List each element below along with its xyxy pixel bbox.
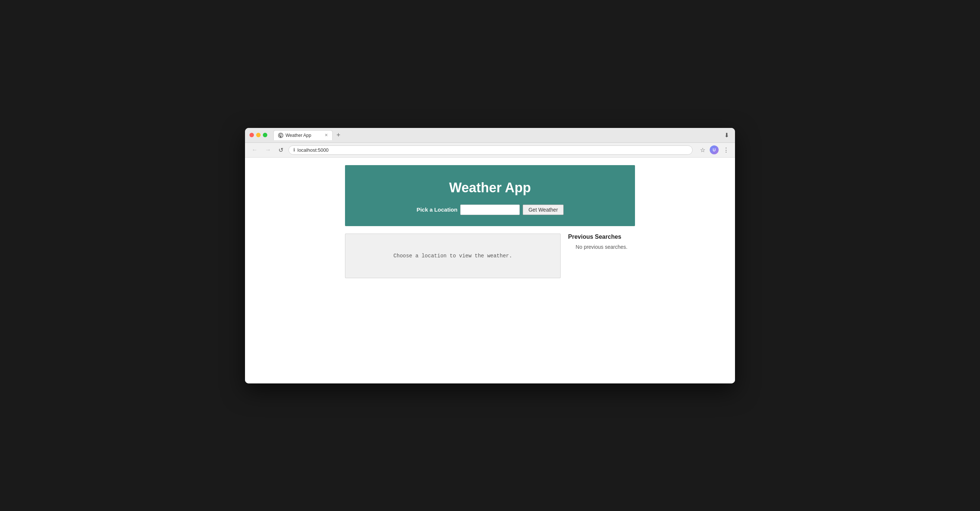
forward-button[interactable]: →	[263, 145, 273, 155]
active-tab[interactable]: Weather App ✕	[273, 130, 333, 140]
browser-titlebar: Weather App ✕ + ⬇	[245, 128, 735, 143]
download-area: ⬇	[723, 132, 730, 139]
url-text: localhost:5000	[298, 147, 329, 153]
app-container: Weather App Pick a Location Get Weather …	[337, 165, 643, 278]
no-searches-text: No previous searches.	[568, 244, 635, 250]
tab-close-button[interactable]: ✕	[325, 133, 328, 138]
search-row: Pick a Location Get Weather	[356, 205, 624, 215]
page-content: Weather App Pick a Location Get Weather …	[245, 158, 735, 384]
weather-display: Choose a location to view the weather.	[345, 234, 561, 278]
app-title: Weather App	[356, 180, 624, 196]
toolbar-right: ☆ U ⋮	[698, 145, 730, 155]
maximize-button[interactable]	[263, 133, 267, 137]
main-area: Choose a location to view the weather. P…	[345, 234, 635, 278]
header-banner: Weather App Pick a Location Get Weather	[345, 165, 635, 226]
sidebar: Previous Searches No previous searches.	[568, 234, 635, 250]
reload-button[interactable]: ↺	[276, 145, 286, 155]
traffic-lights	[250, 133, 267, 137]
get-weather-button[interactable]: Get Weather	[523, 205, 563, 215]
info-icon: ℹ	[293, 147, 295, 153]
sidebar-title: Previous Searches	[568, 234, 635, 240]
download-icon: ⬇	[723, 131, 730, 140]
menu-button[interactable]: ⋮	[722, 145, 730, 155]
tab-title: Weather App	[286, 133, 311, 138]
back-button[interactable]: ←	[250, 145, 260, 155]
new-tab-button[interactable]: +	[334, 131, 343, 139]
tab-bar: Weather App ✕ +	[273, 130, 720, 140]
location-input[interactable]	[460, 205, 520, 215]
browser-toolbar: ← → ↺ ℹ localhost:5000 ☆ U ⋮	[245, 143, 735, 158]
minimize-button[interactable]	[256, 133, 261, 137]
bookmark-button[interactable]: ☆	[698, 145, 707, 155]
close-button[interactable]	[250, 133, 254, 137]
browser-window: Weather App ✕ + ⬇ ← → ↺ ℹ localhost:5000…	[245, 128, 735, 384]
globe-icon	[278, 133, 283, 138]
address-bar[interactable]: ℹ localhost:5000	[288, 145, 693, 155]
pick-label: Pick a Location	[417, 206, 457, 213]
weather-placeholder: Choose a location to view the weather.	[393, 253, 512, 259]
avatar[interactable]: U	[710, 145, 719, 154]
